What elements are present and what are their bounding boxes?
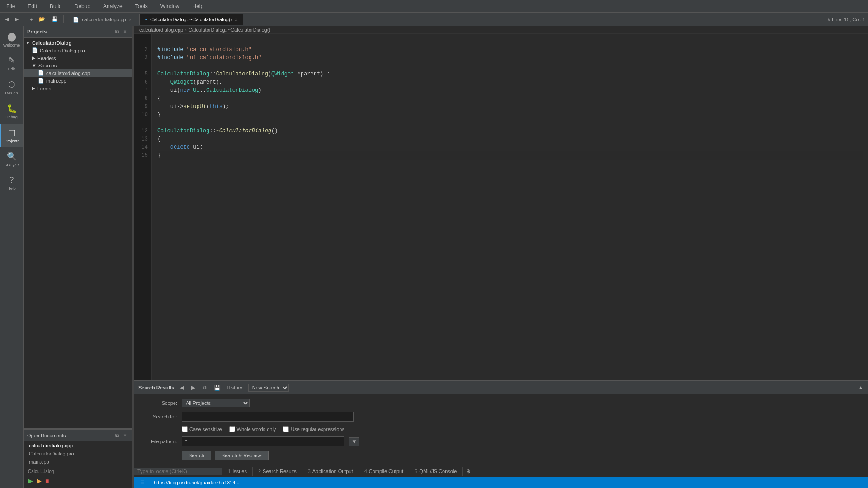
code-line-13: {: [157, 135, 863, 143]
menu-window[interactable]: Window: [158, 2, 183, 10]
tab-label-qml: QML/JS Console: [419, 469, 457, 474]
status-icon[interactable]: ☰: [137, 480, 147, 486]
bottom-tab-search-results[interactable]: 2 Search Results: [253, 467, 302, 476]
ln-9: 9: [139, 103, 148, 111]
code-line-4: [157, 62, 863, 70]
tree-item-headers[interactable]: ▶ Headers: [24, 54, 132, 62]
tree-label-sources: Sources: [38, 63, 57, 68]
file-icon-main: 📄: [38, 78, 44, 84]
debug-run-bar: ▶ ▶ ■: [25, 475, 130, 486]
bottom-tab-qml[interactable]: 5 QML/JS Console: [409, 467, 462, 476]
ln-14: 14: [139, 143, 148, 151]
tree-item-main-cpp[interactable]: 📄 main.cpp: [24, 77, 132, 84]
search-for-label: Search for:: [141, 414, 177, 419]
open-docs-title: Open Documents: [27, 433, 66, 438]
file-pattern-dropdown[interactable]: ▼: [349, 437, 359, 446]
run-button[interactable]: ▶: [27, 476, 34, 485]
debug-title: Calcul...ialog: [25, 468, 130, 475]
run-debug-button[interactable]: ▶: [36, 476, 42, 485]
whole-words-text: Whole words only: [237, 427, 276, 432]
open-doc-main-cpp[interactable]: main.cpp: [24, 458, 132, 466]
scope-select[interactable]: All Projects Current Project Current Fil…: [182, 399, 250, 407]
tab-destructor-close[interactable]: ×: [235, 17, 237, 22]
activity-welcome[interactable]: ⬤ Welcome: [0, 28, 23, 51]
activity-design[interactable]: ⬡ Design: [0, 76, 23, 99]
search-replace-button[interactable]: Search & Replace: [215, 451, 269, 460]
search-next-btn[interactable]: ▶: [190, 384, 197, 391]
tab-label-app-output: Application Output: [312, 469, 353, 474]
bottom-tabs-more[interactable]: ⊕: [465, 468, 472, 475]
toolbar-open[interactable]: 📂: [37, 15, 47, 23]
locate-bar: [134, 468, 222, 475]
regex-checkbox[interactable]: [283, 426, 289, 432]
activity-projects[interactable]: ◫ Projects: [0, 124, 23, 147]
menubar: File Edit Build Debug Analyze Tools Wind…: [0, 0, 868, 13]
ln-5: 5: [139, 70, 148, 78]
search-for-input[interactable]: [182, 412, 354, 422]
activity-debug[interactable]: 🐛 Debug: [0, 100, 23, 123]
activity-projects-label: Projects: [5, 139, 19, 143]
whole-words-checkbox[interactable]: [229, 426, 235, 432]
code-line-2: #include "calculatordialog.h": [157, 46, 863, 54]
toolbar-back[interactable]: ◀: [3, 15, 11, 23]
code-line-5: CalculatorDialog::CalculatorDialog(QWidg…: [157, 70, 863, 78]
toolbar-new[interactable]: +: [28, 16, 35, 23]
bottom-tab-app-output[interactable]: 3 Application Output: [302, 467, 359, 476]
tree-item-pro[interactable]: 📄 CalculatorDialog.pro: [24, 47, 132, 54]
open-docs-float[interactable]: ⧉: [114, 432, 121, 439]
menu-build[interactable]: Build: [47, 2, 65, 10]
open-docs-close[interactable]: ×: [122, 432, 128, 439]
search-save-btn[interactable]: 💾: [212, 384, 222, 391]
activity-help[interactable]: ? Help: [0, 172, 23, 194]
toolbar-forward[interactable]: ▶: [13, 15, 21, 23]
panel-float-btn[interactable]: ⧉: [114, 28, 121, 35]
menu-analyze[interactable]: Analyze: [100, 2, 125, 10]
search-panel-close[interactable]: ▲: [858, 385, 863, 391]
ln-8: 8: [139, 94, 148, 103]
panel-controls: — ⧉ ×: [104, 28, 128, 35]
tab-num-4: 4: [364, 469, 367, 474]
breadcrumb: calculatordialog.cpp › CalculatorDialog:…: [134, 26, 868, 34]
tree-item-calculatordialog-cpp[interactable]: 📄 calculatordialog.cpp: [24, 69, 132, 77]
bottom-tab-issues[interactable]: 1 Issues: [222, 467, 253, 476]
file-pattern-input[interactable]: [182, 436, 344, 446]
case-sensitive-checkbox[interactable]: [182, 426, 188, 432]
ln-16: [139, 160, 148, 168]
open-doc-calculatordialog-cpp[interactable]: calculatordialog.cpp: [24, 441, 132, 450]
tab-cpp-close[interactable]: ×: [129, 17, 132, 22]
tree-expand-icon-headers: ▶: [32, 55, 35, 61]
menu-help[interactable]: Help: [190, 2, 207, 10]
tab-file-icon: 📄: [73, 17, 79, 23]
editor-tab-cpp[interactable]: 📄 calculatordialog.cpp ×: [67, 14, 137, 25]
menu-debug[interactable]: Debug: [72, 2, 93, 10]
stop-button[interactable]: ■: [44, 476, 50, 485]
menu-edit[interactable]: Edit: [25, 2, 40, 10]
locate-input[interactable]: [137, 469, 219, 474]
history-select[interactable]: New Search: [248, 384, 289, 392]
panel-close-btn[interactable]: ×: [122, 28, 128, 35]
tree-item-calculatordialog-root[interactable]: ▼ CalculatorDialog: [24, 39, 132, 47]
bottom-tab-compile[interactable]: 4 Compile Output: [359, 467, 410, 476]
search-prev-btn[interactable]: ◀: [179, 384, 185, 391]
status-position: # Line: 15, Col: 1: [828, 17, 865, 22]
tree-item-sources[interactable]: ▼ Sources: [24, 62, 132, 69]
tree-item-forms[interactable]: ▶ Forms: [24, 84, 132, 92]
activity-edit[interactable]: ✎ Edit: [0, 52, 23, 75]
search-button[interactable]: Search: [182, 451, 211, 460]
code-line-6: QWidget(parent),: [157, 78, 863, 86]
breadcrumb-sep: ›: [185, 27, 187, 33]
tree-label-pro: CalculatorDialog.pro: [40, 48, 85, 53]
tree-label-root: CalculatorDialog: [32, 40, 71, 46]
checkbox-group: Case sensitive Whole words only Use regu…: [182, 426, 861, 432]
panel-minimize-btn[interactable]: —: [104, 28, 113, 35]
tree-expand-icon-forms: ▶: [32, 85, 35, 91]
menu-file[interactable]: File: [4, 2, 18, 10]
code-content[interactable]: #include "calculatordialog.h" #include "…: [152, 34, 868, 380]
toolbar-save[interactable]: 💾: [49, 15, 60, 23]
menu-tools[interactable]: Tools: [132, 2, 151, 10]
search-filter-btn[interactable]: ⧉: [201, 384, 208, 391]
activity-analyze[interactable]: 🔍 Analyze: [0, 148, 23, 171]
open-doc-calculatordialog-pro[interactable]: CalculatorDialog.pro: [24, 450, 132, 458]
open-docs-minimize[interactable]: —: [104, 432, 113, 439]
editor-tab-destructor[interactable]: ● CalculatorDialog::~CalculatorDialog() …: [139, 14, 244, 25]
